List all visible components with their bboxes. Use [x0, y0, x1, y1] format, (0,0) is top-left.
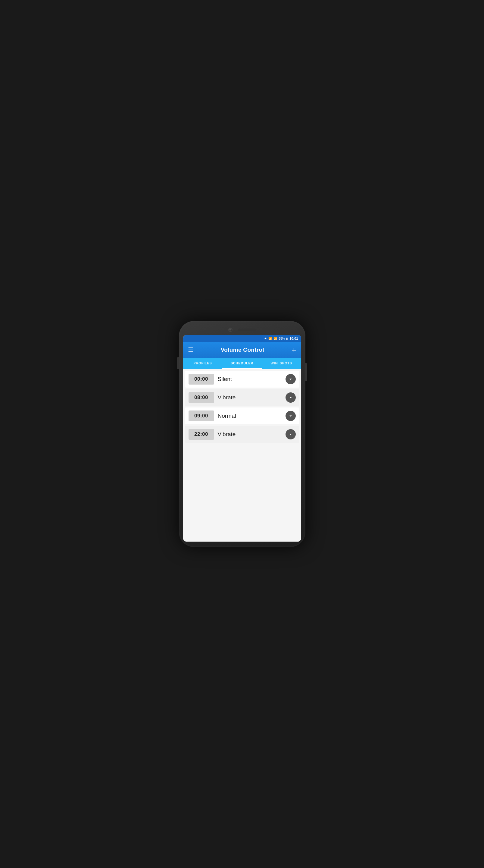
camera-lens: [228, 328, 232, 332]
profile-name-1: Vibrate: [218, 394, 282, 401]
battery-icon: ▮: [286, 337, 288, 340]
dropdown-button-0[interactable]: [286, 374, 296, 384]
phone-top-notch: [183, 327, 301, 335]
tab-scheduler[interactable]: SCHEDULER: [222, 358, 262, 369]
phone-frame: ★ 📶 📶 65% ▮ 10:01 ☰ Volume Control + PRO…: [179, 321, 305, 547]
status-time: 10:01: [289, 337, 298, 340]
wifi-icon: 📶: [268, 337, 272, 340]
chevron-down-icon-0: [288, 376, 293, 382]
speaker-grille: [238, 329, 256, 331]
tab-wifi-spots[interactable]: WIFI SPOTS: [262, 358, 301, 369]
dropdown-button-1[interactable]: [286, 393, 296, 403]
add-schedule-button[interactable]: +: [292, 346, 296, 354]
status-bar: ★ 📶 📶 65% ▮ 10:01: [183, 335, 301, 342]
schedule-item-3[interactable]: 22:00 Vibrate: [185, 426, 299, 443]
time-badge-2: 09:00: [189, 410, 214, 421]
schedule-item-1[interactable]: 08:00 Vibrate: [185, 389, 299, 406]
bluetooth-icon: ★: [264, 337, 267, 340]
phone-screen: ★ 📶 📶 65% ▮ 10:01 ☰ Volume Control + PRO…: [183, 335, 301, 541]
schedule-list: 00:00 Silent 08:00 Vibrate 09:00 Normal: [183, 369, 301, 541]
profile-name-3: Vibrate: [218, 431, 282, 438]
schedule-item-2[interactable]: 09:00 Normal: [185, 407, 299, 424]
profile-name-2: Normal: [218, 412, 282, 419]
tab-bar: PROFILES SCHEDULER WIFI SPOTS: [183, 358, 301, 369]
chevron-down-icon-2: [288, 413, 293, 418]
signal-icon: 📶: [273, 337, 277, 340]
time-badge-0: 00:00: [189, 374, 214, 384]
status-icons-group: ★ 📶 📶 65% ▮ 10:01: [264, 337, 298, 340]
schedule-item-0[interactable]: 00:00 Silent: [185, 371, 299, 388]
battery-percent: 65%: [279, 337, 285, 340]
dropdown-button-2[interactable]: [286, 411, 296, 421]
time-badge-3: 22:00: [189, 429, 214, 440]
dropdown-button-3[interactable]: [286, 429, 296, 439]
hamburger-menu-icon[interactable]: ☰: [188, 346, 193, 353]
chevron-down-icon-3: [288, 432, 293, 437]
app-title: Volume Control: [221, 347, 264, 353]
time-badge-1: 08:00: [189, 392, 214, 403]
tab-profiles[interactable]: PROFILES: [183, 358, 223, 369]
chevron-down-icon-1: [288, 395, 293, 400]
profile-name-0: Silent: [218, 376, 282, 382]
app-bar: ☰ Volume Control +: [183, 342, 301, 358]
